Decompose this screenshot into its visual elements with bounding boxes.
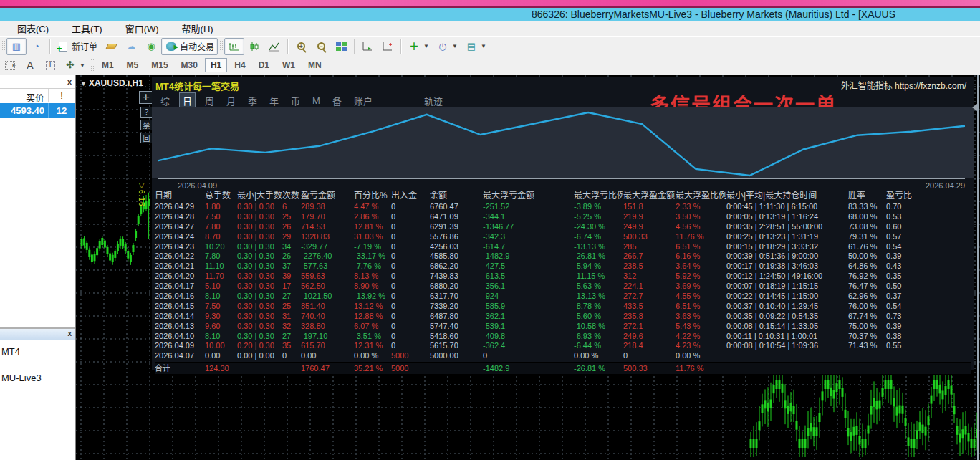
timeframe-button-m30[interactable]: M30	[176, 58, 203, 72]
toolbar-grip[interactable]	[1, 40, 5, 53]
stats-tab-季[interactable]: 季	[245, 93, 260, 108]
stats-tab-账户[interactable]: 账户	[351, 93, 375, 108]
candlestick-mode-button[interactable]	[244, 38, 264, 55]
cloud-button[interactable]: ☁	[121, 38, 141, 55]
cell: 13.12 %	[354, 302, 391, 312]
templates-button[interactable]: ▤▼	[461, 38, 490, 55]
cell: -24.30 %	[574, 222, 623, 232]
timeframe-button-m15[interactable]: M15	[145, 58, 173, 72]
tile-windows-button[interactable]	[331, 38, 351, 55]
cell: 11.76 %	[676, 363, 726, 374]
toolbar-grip[interactable]	[219, 40, 223, 53]
column-header: 盈亏金额	[301, 190, 354, 202]
menu-item-帮[interactable]: 帮助(H)	[172, 20, 224, 37]
navigator-item-mu-live3[interactable]: MU-Live3	[0, 373, 75, 383]
table-row: 2026.04.287.500.30 | 0.3025179.702.86 %0…	[155, 212, 971, 222]
stats-tab-月[interactable]: 月	[224, 93, 239, 108]
timeframe-button-m5[interactable]: M5	[121, 58, 145, 72]
cell: 73.08 %	[848, 222, 886, 232]
indicators-button[interactable]: ＋▼	[404, 38, 433, 55]
cell: 0	[391, 262, 430, 272]
cell: 8.90 %	[354, 282, 391, 292]
new-order-button[interactable]: 新订单	[53, 38, 101, 55]
market-watch-close-icon[interactable]: x	[67, 77, 72, 86]
cell: -329.77	[301, 242, 354, 252]
zoom-in-button[interactable]: +	[291, 38, 311, 55]
tile-windows-icon	[335, 41, 347, 52]
bid-column-header[interactable]: 买价	[0, 89, 49, 102]
stats-tab-综[interactable]: 综	[158, 93, 173, 108]
cell: -1482.9	[483, 363, 574, 374]
cell: 0:00:45 | 1:11:30 | 6:15:00	[726, 202, 848, 212]
column-header: 总手数	[205, 190, 237, 202]
cell: -614.7	[483, 242, 574, 252]
zoom-out-button[interactable]: −	[311, 38, 331, 55]
column-header: 次数	[282, 190, 301, 202]
stats-tab-币[interactable]: 币	[288, 93, 303, 108]
data-window-button[interactable]: ◔	[27, 38, 47, 55]
chart-overlay-button-1[interactable]: 禁	[140, 120, 153, 130]
toolbar-grip[interactable]	[90, 59, 94, 72]
cell: 0.55	[886, 341, 943, 351]
cell: 0.30 | 0.30	[237, 251, 282, 262]
auto-trading-button[interactable]: 自动交易	[161, 38, 218, 55]
eraser-button[interactable]	[101, 38, 121, 55]
timeframe-button-w1[interactable]: W1	[277, 58, 301, 72]
timeframe-button-m1[interactable]: M1	[96, 58, 120, 72]
cell: 6880.20	[430, 282, 483, 292]
auto-scroll-button[interactable]	[357, 38, 378, 55]
indicator-move-button[interactable]: ✛	[139, 91, 153, 104]
cell: -1346.77	[483, 222, 574, 232]
grid-toggle-button[interactable]	[0, 57, 20, 74]
alert-column-header[interactable]: !	[49, 89, 75, 102]
cell: -362.4	[483, 341, 574, 351]
cell: 562.50	[301, 282, 354, 292]
cell: 0.70	[886, 202, 943, 212]
text-label-button[interactable]: T	[40, 57, 60, 74]
stats-tab-年[interactable]: 年	[266, 93, 282, 108]
indicator-watermark-link[interactable]: 外汇智能指标 https://fxznzb.com/	[841, 79, 966, 91]
crosshair-button[interactable]: ✣▼	[60, 57, 89, 74]
stats-tab-M[interactable]: M	[309, 95, 323, 107]
equity-curve	[158, 108, 965, 178]
market-watch-toggle-button[interactable]: ▥	[6, 38, 27, 55]
bar-chart-mode-button[interactable]	[224, 38, 244, 55]
line-chart-mode-button[interactable]	[264, 38, 284, 55]
timeframe-button-mn[interactable]: MN	[302, 58, 327, 72]
signal-button[interactable]: ◉	[141, 38, 161, 55]
cell: 10.00	[205, 341, 237, 351]
cell: 0.39	[886, 251, 943, 262]
menu-item-窗[interactable]: 窗口(W)	[115, 20, 169, 37]
cell: 5747.40	[430, 322, 483, 332]
cell: 2026.04.13	[155, 322, 205, 332]
cell	[726, 363, 848, 374]
stats-tab-备[interactable]: 备	[330, 93, 345, 108]
timeframe-button-d1[interactable]: D1	[253, 58, 275, 72]
chart-shift-button[interactable]	[378, 38, 398, 55]
timeframe-button-h1[interactable]: H1	[205, 58, 227, 72]
stats-tab-周[interactable]: 周	[202, 93, 217, 108]
cell: 0.30 | 0.30	[237, 302, 282, 312]
navigator-close-icon[interactable]: x	[67, 330, 72, 337]
signal-icon: ◉	[145, 41, 158, 52]
cell: 3.50 %	[676, 212, 726, 222]
cell: -356.1	[483, 282, 574, 292]
crosshair-icon: ✣	[64, 59, 77, 71]
menu-item-图[interactable]: 图表(C)	[7, 20, 59, 37]
periods-button[interactable]: ◷▼	[433, 38, 461, 55]
cell: 328.80	[301, 322, 354, 332]
chart-overlay-button-2[interactable]: 回	[140, 133, 153, 143]
navigator-item-mt4[interactable]: MT4	[0, 346, 75, 357]
cell: -342.3	[483, 232, 574, 242]
timeframe-button-h4[interactable]: H4	[229, 58, 251, 72]
table-row: 2026.04.2011.700.30 | 0.3039559.638.13 %…	[155, 272, 971, 282]
cell: 0	[483, 351, 574, 361]
chart-overlay-button-0[interactable]: ?	[140, 107, 153, 118]
cell: 0	[391, 332, 430, 342]
menu-item-工[interactable]: 工具(T)	[62, 20, 112, 37]
stats-tab-轨迹[interactable]: 轨迹	[421, 93, 446, 108]
symbol-bid-row[interactable]: 4593.40 12	[0, 103, 75, 118]
font-button[interactable]: A	[20, 57, 40, 74]
cell: 0	[391, 312, 430, 322]
chart-symbol-tab[interactable]: ▼XAUUSD.i,H1	[80, 78, 143, 88]
